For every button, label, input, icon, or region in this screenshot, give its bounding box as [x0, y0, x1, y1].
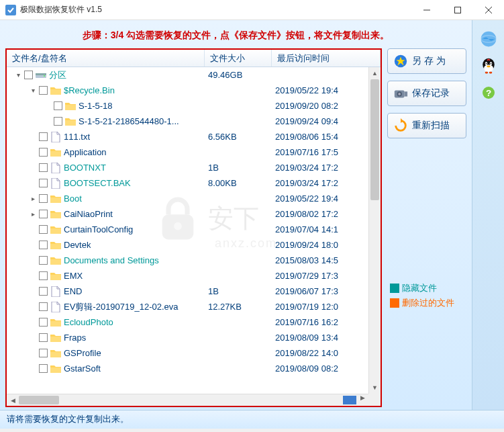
tree-row[interactable]: S-1-5-182019/09/20 08:2: [7, 98, 381, 114]
column-date[interactable]: 最后访问时间: [272, 50, 381, 67]
save-as-button[interactable]: 另 存 为: [387, 48, 466, 74]
qq-icon[interactable]: [476, 54, 501, 78]
file-size: 8.00KB: [208, 178, 272, 188]
file-name: GSProfile: [64, 348, 101, 358]
tree-row[interactable]: GstarSoft2019/08/09 08:2: [7, 361, 381, 376]
svg-point-34: [490, 63, 491, 64]
checkbox[interactable]: [39, 364, 48, 373]
checkbox[interactable]: [39, 256, 48, 265]
rescan-label: 重新扫描: [412, 120, 450, 132]
file-size: 49.46GB: [208, 70, 272, 80]
checkbox[interactable]: [39, 333, 48, 342]
checkbox[interactable]: [39, 210, 48, 218]
file-date: 2019/08/22 14:0: [275, 348, 338, 358]
checkbox[interactable]: [39, 318, 48, 327]
folder-icon: [50, 317, 61, 328]
checkbox[interactable]: [39, 163, 48, 172]
checkbox[interactable]: [39, 179, 48, 187]
checkbox[interactable]: [39, 271, 48, 280]
tree-row[interactable]: END1B2019/06/07 17:3: [7, 284, 381, 299]
statusbar: 请将需要恢复的文件复制出来。: [0, 410, 504, 429]
file-date: 2019/07/16 17:5: [275, 147, 338, 157]
file-tree-panel: 文件名/盘符名 文件大小 最后访问时间 ▾分区49.46GB▾$Recycle.…: [5, 48, 382, 407]
tree-row[interactable]: ▾$Recycle.Bin2019/05/22 19:4: [7, 83, 381, 98]
help-icon[interactable]: ?: [476, 81, 501, 105]
checkbox[interactable]: [39, 302, 48, 311]
tree-row[interactable]: ▸CaiNiaoPrint2019/08/02 17:2: [7, 206, 381, 222]
scroll-thumb-h[interactable]: [19, 396, 59, 404]
rescan-button[interactable]: 重新扫描: [387, 113, 466, 138]
tree-row[interactable]: GSProfile2019/08/22 14:0: [7, 345, 381, 361]
tree-row[interactable]: BOOTSECT.BAK8.00KB2019/03/24 17:2: [7, 175, 381, 191]
svg-rect-16: [50, 259, 61, 265]
folder-icon: [50, 85, 61, 96]
checkbox[interactable]: [39, 287, 48, 296]
checkbox[interactable]: [39, 132, 48, 141]
checkbox[interactable]: [39, 241, 48, 249]
tree-row[interactable]: S-1-5-21-2186544480-1...2019/09/24 09:4: [7, 114, 381, 129]
svg-point-35: [487, 66, 490, 68]
tree-row[interactable]: 111.txt6.56KB2019/08/06 15:4: [7, 129, 381, 144]
file-date: 2019/03/24 17:2: [275, 163, 338, 173]
scrollbar-vertical[interactable]: ▲ ▼: [368, 67, 381, 394]
checkbox[interactable]: [54, 101, 62, 110]
tree-row[interactable]: ▾分区49.46GB: [7, 67, 381, 83]
folder-icon: [50, 333, 61, 343]
svg-rect-10: [65, 120, 76, 126]
file-size: 12.27KB: [208, 302, 272, 312]
checkbox[interactable]: [39, 194, 48, 203]
scroll-right-icon[interactable]: ▶: [356, 394, 368, 401]
file-name: S-1-5-21-2186544480-1...: [79, 116, 179, 126]
globe-icon[interactable]: [476, 27, 501, 51]
expander-icon[interactable]: ▾: [28, 87, 38, 94]
tree-row[interactable]: Fraps2019/08/09 13:4: [7, 330, 381, 345]
scroll-up-icon[interactable]: ▲: [369, 67, 381, 79]
column-size[interactable]: 文件大小: [205, 50, 272, 67]
checkbox[interactable]: [39, 86, 48, 95]
maximize-button[interactable]: [442, 0, 473, 20]
tree-row[interactable]: BOOTNXT1B2019/03/24 17:2: [7, 160, 381, 175]
svg-rect-12: [50, 198, 61, 203]
tree-row[interactable]: EMX2019/07/29 17:3: [7, 268, 381, 284]
svg-point-25: [398, 93, 401, 95]
tree-row[interactable]: EcloudPhoto2019/07/16 16:2: [7, 314, 381, 330]
minimize-button[interactable]: [411, 0, 442, 20]
expander-icon[interactable]: ▸: [28, 210, 38, 218]
folder-icon: [50, 224, 61, 235]
checkbox[interactable]: [39, 349, 48, 357]
svg-rect-15: [50, 244, 61, 249]
checkbox[interactable]: [24, 71, 33, 79]
expander-icon[interactable]: ▸: [28, 195, 38, 202]
tree-row[interactable]: CurtainToolConfig2019/07/04 14:1: [7, 222, 381, 237]
column-name[interactable]: 文件名/盘符名: [7, 50, 205, 67]
file-date: 2019/09/20 08:2: [275, 101, 338, 111]
checkbox[interactable]: [54, 117, 62, 126]
scroll-thumb-h-right[interactable]: [343, 396, 356, 404]
scroll-down-icon[interactable]: ▼: [369, 382, 381, 394]
svg-rect-21: [50, 368, 61, 373]
tree-row[interactable]: EV剪辑-20190719_12-02.eva12.27KB2019/07/19…: [7, 299, 381, 314]
file-name: BOOTSECT.BAK: [64, 178, 131, 188]
scroll-left-icon[interactable]: ◀: [7, 394, 19, 406]
expander-icon[interactable]: ▾: [13, 71, 23, 79]
svg-rect-8: [50, 89, 61, 95]
svg-rect-19: [50, 337, 61, 342]
file-name: Application: [64, 147, 107, 157]
tree-row[interactable]: ▸Boot2019/05/22 19:4: [7, 191, 381, 206]
close-button[interactable]: [473, 0, 504, 20]
tree-row[interactable]: Application2019/07/16 17:5: [7, 144, 381, 160]
file-name: 分区: [49, 69, 66, 81]
checkbox[interactable]: [39, 148, 48, 157]
tree-body: ▾分区49.46GB▾$Recycle.Bin2019/05/22 19:4S-…: [7, 67, 381, 406]
tree-row[interactable]: Devtek2019/09/24 18:0: [7, 237, 381, 253]
checkbox[interactable]: [39, 225, 48, 234]
tree-row[interactable]: Documents and Settings2015/08/03 14:5: [7, 253, 381, 268]
svg-rect-17: [50, 275, 61, 280]
file-date: 2019/07/16 16:2: [275, 317, 338, 327]
scroll-thumb-v[interactable]: [370, 79, 379, 200]
content: 步骤：3/4 勾选需要恢复的文件，点《保存文件》按钮，将文件复制出来。 文件名/…: [0, 20, 472, 410]
scrollbar-horizontal[interactable]: ◀ ▶: [7, 394, 368, 406]
save-record-button[interactable]: 保存记录: [387, 81, 466, 106]
file-size: 1B: [208, 163, 272, 173]
file-icon: [50, 178, 61, 189]
